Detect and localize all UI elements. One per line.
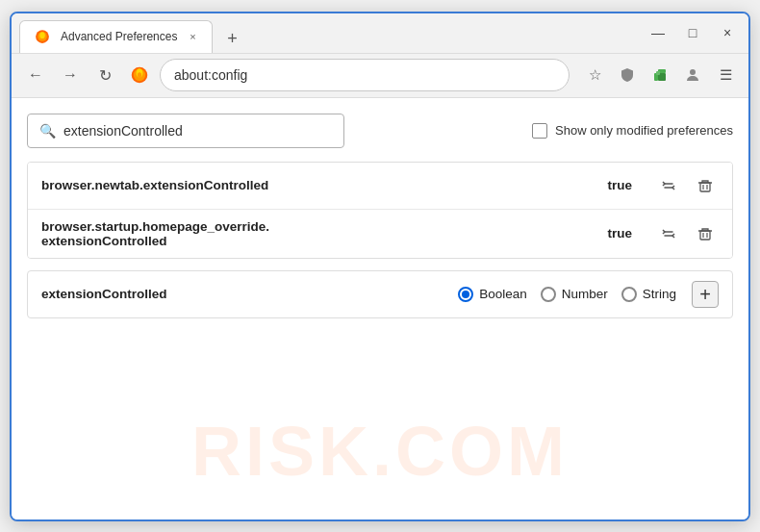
- pref-name-1: browser.newtab.extensionControlled: [41, 178, 599, 192]
- radio-number-circle[interactable]: [541, 287, 556, 302]
- table-row[interactable]: browser.newtab.extensionControlled true: [28, 163, 732, 210]
- address-text: about:config: [174, 67, 247, 83]
- browser-window: Advanced Preferences × + — □ × ← → ↻ abo…: [10, 12, 750, 521]
- radio-boolean-circle[interactable]: [458, 287, 473, 302]
- firefox-logo: [129, 64, 150, 86]
- tab-title: Advanced Preferences: [61, 30, 177, 43]
- title-bar: Advanced Preferences × + — □ ×: [12, 13, 748, 54]
- maximize-button[interactable]: □: [679, 19, 706, 46]
- tab-container: Advanced Preferences × +: [19, 13, 645, 53]
- add-pref-button[interactable]: +: [692, 281, 719, 308]
- profile-icon: [685, 67, 700, 83]
- svg-point-6: [138, 72, 141, 78]
- pref-value-1: true: [607, 178, 632, 192]
- close-button[interactable]: ×: [714, 19, 741, 46]
- reset-button-2[interactable]: [655, 220, 682, 247]
- extension-button[interactable]: [646, 62, 673, 89]
- svg-rect-15: [700, 231, 710, 240]
- radio-string-circle[interactable]: [621, 287, 637, 302]
- delete-button-1[interactable]: [692, 172, 719, 199]
- tab-close-button[interactable]: ×: [185, 29, 200, 44]
- nav-icons: ☆ ☰: [581, 62, 739, 89]
- menu-button[interactable]: ☰: [712, 62, 739, 89]
- pref-name-2-line2: extensionControlled: [41, 234, 599, 248]
- content-area: RISK.COM 🔍 extensionControlled Show only…: [12, 98, 748, 519]
- new-tab-button[interactable]: +: [218, 26, 245, 53]
- radio-boolean[interactable]: Boolean: [458, 287, 527, 302]
- shield-button[interactable]: [614, 62, 641, 89]
- svg-rect-12: [700, 183, 710, 191]
- search-icon: 🔍: [39, 123, 56, 139]
- window-controls: — □ ×: [645, 19, 741, 46]
- minimize-button[interactable]: —: [645, 19, 671, 46]
- show-modified-label: Show only modified preferences: [555, 123, 733, 138]
- show-modified-checkbox[interactable]: [532, 123, 547, 139]
- address-bar[interactable]: about:config: [160, 59, 570, 91]
- refresh-button[interactable]: ↻: [90, 61, 119, 89]
- search-row: 🔍 extensionControlled Show only modified…: [27, 114, 733, 148]
- radio-group: Boolean Number String: [458, 287, 676, 302]
- show-modified-row: Show only modified preferences: [532, 123, 733, 139]
- nav-bar: ← → ↻ about:config ☆: [12, 54, 748, 98]
- trash-icon-2: [697, 226, 713, 241]
- watermark: RISK.COM: [191, 412, 569, 491]
- tab-favicon: [32, 26, 53, 47]
- results-table: browser.newtab.extensionControlled true: [27, 162, 733, 259]
- pref-value-2: true: [607, 226, 632, 241]
- search-input[interactable]: extensionControlled: [63, 123, 332, 139]
- svg-rect-10: [656, 71, 660, 75]
- table-row[interactable]: browser.startup.homepage_override. exten…: [28, 210, 732, 258]
- forward-button[interactable]: →: [56, 61, 85, 89]
- arrows-icon: [660, 177, 677, 194]
- pref-name-2-container: browser.startup.homepage_override. exten…: [41, 219, 599, 248]
- arrows-icon-2: [660, 225, 677, 242]
- row-2-actions: [655, 220, 719, 247]
- svg-point-11: [690, 69, 696, 75]
- row-1-actions: [655, 172, 719, 199]
- bookmark-button[interactable]: ☆: [581, 62, 608, 89]
- new-pref-name: extensionControlled: [41, 287, 167, 301]
- pref-name-2-line1: browser.startup.homepage_override.: [41, 219, 599, 234]
- extension-icon: [652, 67, 668, 83]
- trash-icon: [697, 178, 713, 193]
- radio-boolean-label: Boolean: [479, 287, 527, 301]
- back-button[interactable]: ←: [21, 61, 50, 89]
- delete-button-2[interactable]: [692, 220, 719, 247]
- reset-button-1[interactable]: [655, 172, 682, 199]
- active-tab[interactable]: Advanced Preferences ×: [19, 20, 213, 53]
- shield-icon: [620, 67, 635, 83]
- radio-number[interactable]: Number: [541, 287, 608, 302]
- radio-string[interactable]: String: [621, 287, 676, 302]
- profile-button[interactable]: [679, 62, 706, 89]
- search-box[interactable]: 🔍 extensionControlled: [27, 114, 344, 148]
- add-pref-row: extensionControlled Boolean Number Strin…: [27, 270, 733, 318]
- radio-string-label: String: [643, 287, 676, 301]
- svg-point-2: [39, 32, 45, 38]
- radio-number-label: Number: [562, 287, 608, 301]
